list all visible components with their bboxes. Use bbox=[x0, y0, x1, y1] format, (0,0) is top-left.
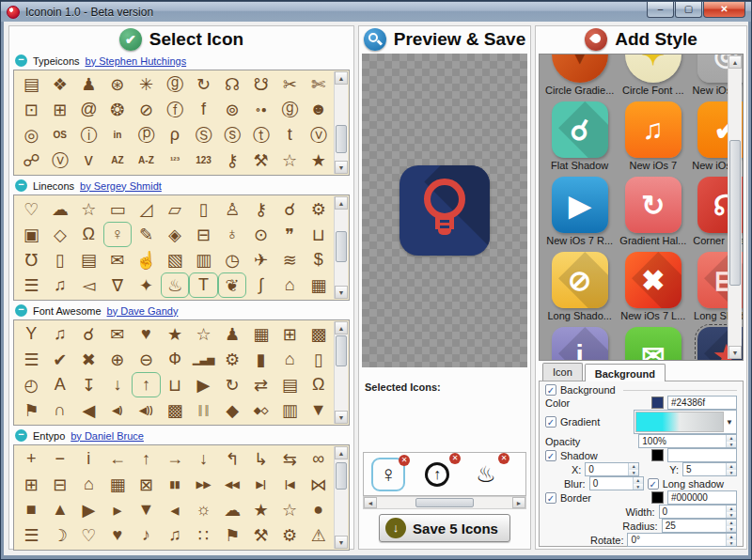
icon-cell[interactable]: ↓ bbox=[103, 372, 133, 397]
icon-cell[interactable]: ☁ bbox=[46, 196, 75, 222]
style-item[interactable]: ▶New iOs 7 R... bbox=[545, 177, 614, 246]
style-item[interactable]: ✉ bbox=[619, 327, 686, 361]
icon-cell[interactable]: ♀ bbox=[103, 222, 133, 247]
icon-cell[interactable]: ♫ bbox=[46, 321, 75, 347]
tab-icon[interactable]: Icon bbox=[542, 363, 583, 381]
icon-cell[interactable]: ☝ bbox=[132, 247, 161, 272]
icon-cell[interactable]: ∇ bbox=[103, 272, 133, 298]
icon-cell[interactable]: ▧ bbox=[161, 247, 190, 272]
icon-cell[interactable]: ⊕ bbox=[103, 347, 133, 372]
selected-icon-lightbulb[interactable]: ♀✕ bbox=[371, 458, 405, 491]
icon-cell[interactable]: ⚒ bbox=[246, 522, 275, 548]
icon-cell[interactable]: ▥ bbox=[189, 247, 218, 272]
collapse-minus-button[interactable]: − bbox=[15, 54, 27, 67]
icon-cell[interactable]: ♫ bbox=[46, 272, 75, 298]
collapse-minus-button[interactable]: − bbox=[15, 304, 27, 317]
icon-cell[interactable]: ∷ bbox=[189, 522, 218, 548]
style-tile[interactable]: ☌ bbox=[552, 101, 608, 158]
icon-cell[interactable]: ❖ bbox=[46, 71, 75, 97]
icon-cell[interactable]: ☌ bbox=[74, 321, 103, 347]
icon-cell[interactable]: ◀)) bbox=[132, 397, 161, 423]
icon-cell[interactable]: ⓥ bbox=[304, 122, 333, 148]
icon-cell[interactable]: ⚙ bbox=[304, 196, 333, 222]
icon-cell[interactable]: ⇆ bbox=[275, 446, 305, 472]
remove-icon-badge[interactable]: ✕ bbox=[498, 453, 509, 464]
style-item[interactable]: ☌Flat Shadow bbox=[545, 101, 614, 171]
icon-cell[interactable]: ▩ bbox=[161, 397, 190, 423]
style-tile[interactable]: ⊘ bbox=[552, 252, 608, 308]
icon-cell[interactable]: ▦ bbox=[304, 272, 333, 298]
icon-cell[interactable]: ◅ bbox=[74, 272, 103, 298]
icon-cell[interactable]: f bbox=[189, 97, 218, 122]
icon-cell[interactable]: ◇ bbox=[46, 222, 75, 247]
icon-cell[interactable]: ☋ bbox=[246, 71, 275, 97]
style-tile[interactable]: ✉ bbox=[625, 327, 682, 361]
icon-cell[interactable]: 123 bbox=[189, 148, 218, 173]
icon-cell[interactable]: T bbox=[189, 272, 218, 298]
style-tile[interactable]: ↻ bbox=[625, 177, 682, 233]
icon-cell[interactable]: ⚙ bbox=[275, 522, 305, 548]
gradient-dropdown[interactable]: ▼ bbox=[634, 410, 737, 434]
icon-cell[interactable]: → bbox=[161, 446, 190, 472]
icon-cell[interactable]: ● bbox=[304, 497, 333, 522]
style-tile[interactable]: ✦ bbox=[625, 54, 682, 83]
icon-cell[interactable]: ⊛ bbox=[103, 71, 133, 97]
icon-cell[interactable]: ⓖ bbox=[161, 71, 190, 97]
icon-cell[interactable]: ⓢ bbox=[218, 122, 247, 148]
icon-cell[interactable]: |◀ bbox=[275, 472, 305, 497]
icon-cell[interactable]: ▭ bbox=[103, 196, 133, 222]
icon-cell[interactable]: ☰ bbox=[17, 522, 46, 548]
icon-cell[interactable]: A-Z bbox=[132, 148, 161, 173]
icon-cell[interactable]: Ф bbox=[161, 347, 190, 372]
icon-cell[interactable]: ⚠ bbox=[304, 522, 333, 548]
style-tile[interactable]: ♫ bbox=[625, 101, 682, 158]
icon-cell[interactable]: ⊟ bbox=[189, 222, 218, 247]
scroll-thumb[interactable] bbox=[336, 335, 347, 366]
icon-cell[interactable]: ♫ bbox=[161, 522, 190, 548]
icon-cell[interactable]: ▯ bbox=[189, 196, 218, 222]
icon-cell[interactable]: ♨ bbox=[161, 272, 190, 298]
icon-cell[interactable]: − bbox=[46, 446, 75, 472]
style-item[interactable]: ✦Circle Font ... bbox=[619, 54, 686, 96]
icon-cell[interactable]: ◀◀ bbox=[218, 472, 247, 497]
strip-horizontal-scrollbar[interactable]: ◄ ► bbox=[363, 496, 526, 509]
icon-cell[interactable]: ♡ bbox=[74, 522, 103, 548]
icon-cell[interactable]: ⓣ bbox=[246, 122, 275, 148]
scroll-right-arrow[interactable]: ► bbox=[512, 497, 525, 508]
scroll-thumb[interactable] bbox=[336, 462, 347, 489]
style-item[interactable]: ⊘Long Shado... bbox=[545, 252, 614, 321]
background-color-swatch[interactable] bbox=[651, 397, 664, 409]
icon-cell[interactable]: ⚒ bbox=[246, 148, 275, 173]
icon-cell[interactable]: ⌂ bbox=[74, 472, 103, 497]
icon-cell[interactable]: ♥ bbox=[132, 321, 161, 347]
vertical-scrollbar[interactable]: ▲▼ bbox=[334, 196, 348, 299]
icon-cell[interactable]: ☼ bbox=[189, 497, 218, 522]
icon-cell[interactable]: ☌ bbox=[275, 196, 305, 222]
icon-cell[interactable]: ← bbox=[103, 446, 133, 472]
icon-cell[interactable]: ❂ bbox=[103, 97, 133, 122]
icon-cell[interactable]: ◷ bbox=[218, 247, 247, 272]
icon-cell[interactable]: ⚑ bbox=[218, 522, 247, 548]
shadow-color-swatch[interactable] bbox=[651, 449, 664, 461]
icon-cell[interactable]: ✎ bbox=[132, 222, 161, 247]
icon-cell[interactable]: ↓ bbox=[189, 446, 218, 472]
shadow-x-spinner[interactable]: 0 ▲▼ bbox=[585, 462, 639, 476]
icon-cell[interactable]: ☻ bbox=[304, 97, 333, 122]
style-item[interactable]: ✖New iOs 7 L... bbox=[619, 252, 686, 321]
shadow-checkbox[interactable]: ✓ bbox=[545, 450, 556, 461]
icon-cell[interactable]: Ω bbox=[74, 222, 103, 247]
icon-cell[interactable]: ★ bbox=[304, 148, 333, 173]
scroll-up-arrow[interactable]: ▲ bbox=[335, 446, 348, 459]
icon-cell[interactable]: ◀ bbox=[74, 397, 103, 423]
icon-cell[interactable]: v bbox=[74, 148, 103, 173]
border-color-swatch[interactable] bbox=[651, 491, 664, 504]
icon-cell[interactable]: ▯ bbox=[304, 347, 333, 372]
opacity-spinner[interactable]: 100% ▲▼ bbox=[638, 434, 737, 448]
border-color-input[interactable]: #000000 bbox=[667, 490, 737, 505]
icon-cell[interactable]: ↑ bbox=[132, 446, 161, 472]
icon-cell[interactable]: ☆ bbox=[275, 148, 305, 173]
icon-cell[interactable]: ♙ bbox=[218, 196, 247, 222]
icon-cell[interactable]: ⚷ bbox=[218, 148, 247, 173]
scroll-up-arrow[interactable]: ▲ bbox=[335, 321, 348, 334]
icon-cell[interactable]: ▦ bbox=[103, 472, 133, 497]
